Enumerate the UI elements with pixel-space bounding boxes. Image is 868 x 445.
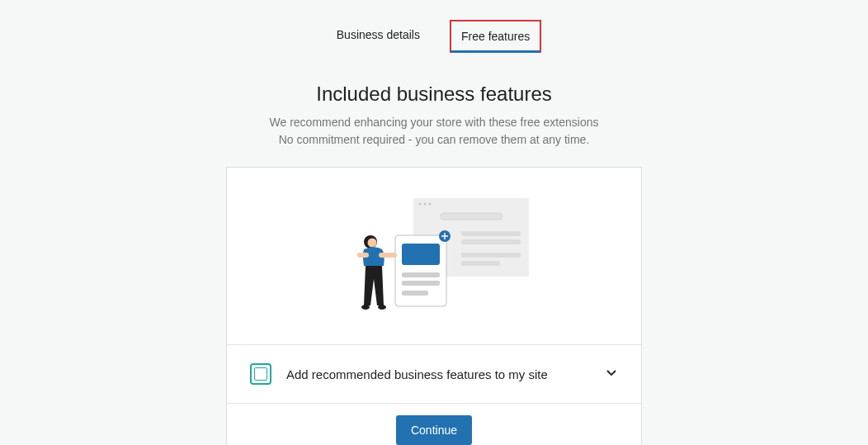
svg-rect-19: [379, 253, 397, 258]
illustration: [227, 168, 641, 344]
svg-rect-6: [461, 239, 521, 244]
svg-rect-11: [402, 272, 440, 277]
svg-rect-8: [461, 261, 500, 266]
svg-point-3: [429, 203, 432, 206]
svg-rect-10: [402, 244, 440, 265]
add-features-checkbox[interactable]: [250, 363, 271, 385]
tab-label: Free features: [461, 30, 530, 43]
page-subtitle-line2: No commitment required - you can remove …: [279, 131, 590, 149]
svg-point-2: [424, 203, 427, 206]
add-features-row: Add recommended business features to my …: [227, 344, 641, 404]
add-features-label: Add recommended business features to my …: [286, 367, 590, 381]
chevron-down-icon: [605, 366, 618, 379]
continue-button-label: Continue: [411, 424, 457, 437]
svg-rect-13: [402, 291, 428, 296]
expand-features-toggle[interactable]: [605, 366, 618, 382]
wizard-tabs: Business details Free features: [327, 20, 541, 53]
svg-rect-4: [441, 213, 502, 220]
tab-free-features[interactable]: Free features: [450, 20, 541, 53]
onboarding-illustration-icon: [339, 190, 529, 322]
svg-rect-5: [461, 231, 521, 236]
svg-point-21: [361, 305, 370, 310]
features-card: Add recommended business features to my …: [226, 167, 642, 445]
card-footer: Continue: [227, 404, 641, 445]
svg-rect-20: [357, 253, 369, 258]
page-subtitle-line1: We recommend enhancing your store with t…: [270, 114, 599, 131]
svg-rect-7: [461, 253, 521, 258]
svg-point-1: [419, 203, 422, 206]
tab-label: Business details: [337, 28, 420, 41]
continue-button[interactable]: Continue: [396, 415, 472, 445]
tab-business-details[interactable]: Business details: [327, 20, 430, 53]
svg-point-22: [378, 305, 386, 310]
page-title: Included business features: [316, 83, 552, 106]
svg-rect-12: [402, 281, 440, 286]
svg-point-18: [368, 239, 377, 248]
